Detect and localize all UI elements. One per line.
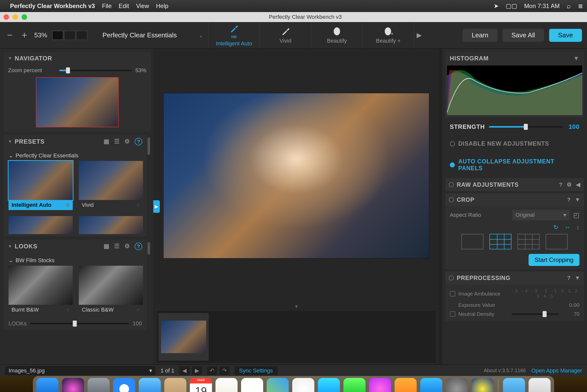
neutral-density-slider[interactable]: [511, 313, 559, 315]
list-view-icon[interactable]: ☰: [114, 138, 120, 145]
collapse-icon[interactable]: ▼: [575, 275, 580, 281]
menu-view[interactable]: View: [136, 3, 149, 10]
filename-dropdown[interactable]: Images_56.jpg ▾: [5, 366, 156, 375]
right-divider[interactable]: [439, 49, 442, 364]
toolbar-preset-vivid[interactable]: Vivid: [260, 22, 311, 48]
favorite-icon[interactable]: ☆: [66, 202, 70, 208]
crop-grid-fine[interactable]: [461, 234, 483, 249]
zoom-in-button[interactable]: +: [20, 30, 29, 41]
navigator-thumbnail[interactable]: [36, 77, 119, 127]
dock-safari-icon[interactable]: [113, 378, 135, 392]
image-canvas[interactable]: [153, 49, 439, 303]
view-single-button[interactable]: [52, 31, 63, 40]
help-icon[interactable]: ?: [135, 138, 142, 145]
menu-edit[interactable]: Edit: [119, 3, 129, 10]
flip-v-icon[interactable]: ↕: [576, 224, 579, 231]
menu-file[interactable]: File: [102, 3, 112, 10]
menu-help[interactable]: Help: [156, 3, 168, 10]
save-all-button[interactable]: Save All: [502, 29, 544, 42]
spotlight-icon[interactable]: ⌕: [567, 2, 571, 10]
help-icon[interactable]: ?: [567, 197, 571, 203]
crop-frame-icon[interactable]: ◰: [573, 211, 579, 219]
dock-settings-icon[interactable]: [446, 378, 468, 392]
preset-item[interactable]: [9, 216, 73, 234]
gear-icon[interactable]: ⚙: [124, 138, 130, 145]
dock-calendar-icon[interactable]: MAR 19: [190, 378, 212, 392]
checkbox[interactable]: [450, 311, 455, 317]
expand-left-panel-button[interactable]: ▶: [153, 200, 160, 213]
presets-scrollbar[interactable]: [147, 135, 151, 237]
dock-downloads-icon[interactable]: [503, 378, 525, 392]
dock-ibooks-icon[interactable]: [395, 378, 417, 392]
filmstrip-toggle[interactable]: ▼: [153, 303, 439, 310]
dock-reminders-icon[interactable]: [241, 378, 263, 392]
toolbar-preset-more[interactable]: ▶: [414, 22, 424, 48]
disable-adjustments-toggle[interactable]: DISABLE NEW ADJUSTMENTS: [445, 136, 584, 152]
toolbar-preset-beautify[interactable]: Beautify: [311, 22, 362, 48]
preset-dropdown-icon[interactable]: ⌄: [199, 32, 203, 38]
dock-mail-icon[interactable]: [139, 378, 161, 392]
menubar-clock[interactable]: Mon 7:31 AM: [524, 3, 560, 10]
zoom-percent[interactable]: 53%: [34, 31, 47, 39]
dock-trash-icon[interactable]: [529, 378, 551, 392]
dock-maps-icon[interactable]: [267, 378, 289, 392]
presets-header[interactable]: ▼ PRESETS ▦ ☰ ⚙ ?: [4, 135, 147, 148]
menubar-list-icon[interactable]: ≣: [578, 3, 583, 10]
dock-finder-icon[interactable]: [36, 378, 58, 392]
aspect-ratio-select[interactable]: Original ▾: [512, 210, 570, 220]
help-icon[interactable]: ?: [559, 181, 563, 188]
panel-enable-dot[interactable]: [449, 197, 454, 202]
dock-siri-icon[interactable]: [62, 378, 84, 392]
collapse-icon[interactable]: ▼: [575, 197, 580, 203]
grid-view-icon[interactable]: ▦: [104, 138, 110, 145]
crop-grid-alt[interactable]: [518, 234, 540, 249]
favorite-icon[interactable]: ☆: [136, 307, 140, 313]
redo-button[interactable]: ↷: [219, 366, 230, 375]
looks-strength-slider[interactable]: [30, 323, 129, 324]
next-image-button[interactable]: ▶: [192, 366, 202, 375]
help-icon[interactable]: ?: [135, 243, 142, 250]
panel-enable-dot[interactable]: [449, 182, 454, 187]
preset-item[interactable]: [79, 216, 143, 234]
histogram-display[interactable]: [447, 65, 582, 115]
dock-notes-icon[interactable]: [215, 378, 238, 392]
preprocessing-header[interactable]: PREPROCESSING ? ▼: [445, 271, 584, 284]
dock-appstore-icon[interactable]: [420, 378, 442, 392]
crop-grid-golden[interactable]: [546, 234, 568, 249]
view-split-h-button[interactable]: [76, 31, 87, 40]
crop-header[interactable]: CROP ? ▼: [445, 193, 584, 206]
collapse-left-icon[interactable]: ◀: [576, 181, 580, 188]
grid-view-icon[interactable]: ▦: [104, 243, 110, 250]
toolbar-preset-intelligent-auto[interactable]: HD Intelligent Auto: [208, 22, 260, 48]
histogram-header[interactable]: HISTOGRAM ▼: [445, 52, 584, 65]
list-view-icon[interactable]: ☰: [114, 243, 120, 250]
gear-icon[interactable]: ⚙: [567, 181, 572, 188]
toolbar-preset-beautify-plus[interactable]: + Beautify +: [362, 22, 414, 48]
dock-contacts-icon[interactable]: [164, 378, 186, 392]
looks-header[interactable]: ▼ LOOKS ▦ ☰ ⚙ ?: [4, 240, 147, 253]
zoom-out-button[interactable]: −: [5, 30, 15, 41]
save-button[interactable]: Save: [549, 29, 582, 42]
prev-image-button[interactable]: ◀: [179, 366, 189, 375]
looks-group-toggle[interactable]: ⌄ BW Film Stocks: [9, 255, 144, 266]
gear-icon[interactable]: ⚙: [124, 243, 130, 250]
undo-button[interactable]: ↶: [207, 366, 217, 375]
app-menu[interactable]: Perfectly Clear Workbench v3: [10, 3, 95, 10]
zoom-window-button[interactable]: [22, 14, 27, 20]
close-window-button[interactable]: [4, 14, 9, 20]
look-item-classic-bw[interactable]: Classic B&W☆: [79, 266, 143, 315]
strength-slider[interactable]: [489, 126, 563, 128]
preset-group-toggle[interactable]: ⌄ Perfectly Clear Essentials: [9, 150, 144, 161]
flip-h-icon[interactable]: ↔: [564, 224, 570, 231]
preset-item-intelligent-auto[interactable]: Intelligent Auto☆: [9, 161, 73, 210]
sync-settings-button[interactable]: Sync Settings: [235, 366, 277, 375]
rotate-icon[interactable]: ↻: [553, 224, 558, 231]
preset-item-vivid[interactable]: Vivid☆: [79, 161, 143, 210]
statusbar-displays-icon[interactable]: ▢▢: [506, 3, 517, 10]
dock-photos-icon[interactable]: [292, 378, 314, 392]
checkbox[interactable]: [450, 291, 455, 297]
learn-button[interactable]: Learn: [463, 29, 497, 42]
navigator-header[interactable]: ▼ NAVIGATOR: [4, 52, 151, 65]
help-icon[interactable]: ?: [567, 275, 571, 281]
view-split-v-button[interactable]: [64, 31, 75, 40]
